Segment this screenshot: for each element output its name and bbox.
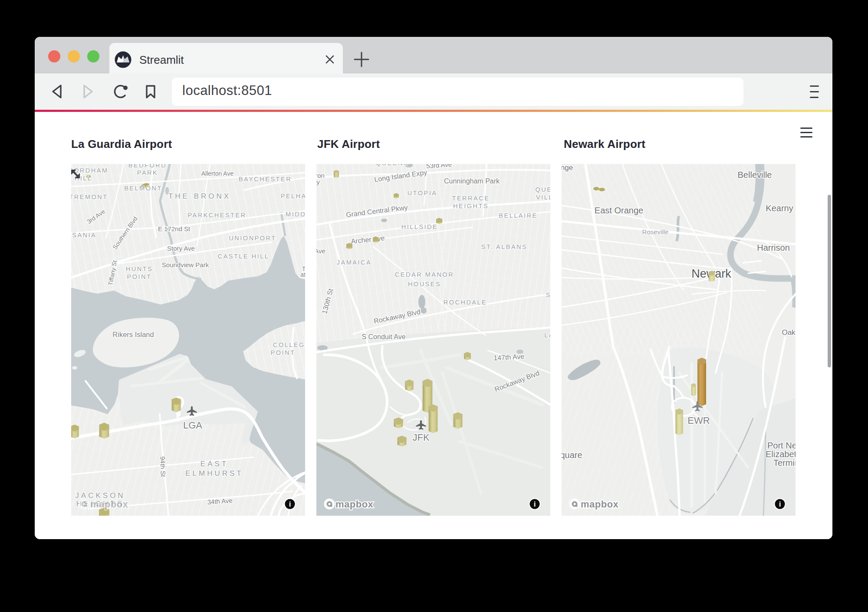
svg-text:y: y <box>316 178 320 186</box>
svg-text:QUEE: QUEE <box>535 186 550 193</box>
svg-text:i: i <box>289 500 291 508</box>
svg-text:BEDFORD: BEDFORD <box>128 164 167 169</box>
svg-text:LGA: LGA <box>183 420 202 431</box>
svg-text:Allerton Ave: Allerton Ave <box>201 170 234 177</box>
svg-text:Soundview Park: Soundview Park <box>162 261 209 268</box>
svg-text:SP: SP <box>546 291 550 298</box>
svg-text:94th St: 94th St <box>159 456 167 478</box>
svg-text:mapbox: mapbox <box>581 499 619 510</box>
svg-text:BELLAIRE: BELLAIRE <box>499 212 537 219</box>
svg-text:at: at <box>300 271 305 278</box>
svg-text:UNIONPORT: UNIONPORT <box>229 235 276 242</box>
svg-text:Termin: Termin <box>773 458 796 468</box>
svg-text:Kearny: Kearny <box>766 203 793 213</box>
svg-text:East Orange: East Orange <box>595 206 643 215</box>
svg-text:S Conduit Ave: S Conduit Ave <box>362 333 405 340</box>
svg-text:CASTLE HILL: CASTLE HILL <box>218 253 270 260</box>
svg-text:POINT: POINT <box>271 349 296 356</box>
svg-text:HEIGHTS: HEIGHTS <box>453 203 489 209</box>
svg-text:HILLSIDE: HILLSIDE <box>401 223 438 230</box>
svg-text:i: i <box>534 500 536 508</box>
svg-text:nge: nge <box>562 164 573 172</box>
svg-text:ST. ALBANS: ST. ALBANS <box>481 243 527 250</box>
svg-text:POINT: POINT <box>127 273 152 280</box>
svg-text:ELMHURST: ELMHURST <box>185 469 243 478</box>
svg-text:Port New: Port New <box>767 441 796 450</box>
svg-text:Ave: Ave <box>316 247 326 255</box>
svg-text:i: i <box>779 500 781 508</box>
svg-text:QUEENS: QUEENS <box>376 164 409 167</box>
svg-text:THE BRONX: THE BRONX <box>168 192 231 200</box>
svg-text:BELMONT: BELMONT <box>124 185 162 192</box>
svg-text:TREMONT: TREMONT <box>71 193 108 200</box>
svg-text:JFK: JFK <box>412 432 429 443</box>
svg-text:EAST: EAST <box>201 460 228 468</box>
svg-text:mapbox: mapbox <box>90 499 128 510</box>
svg-text:UTOPIA: UTOPIA <box>408 190 437 196</box>
svg-text:FORDHAM: FORDHAM <box>71 167 108 174</box>
svg-text:PARK: PARK <box>137 169 158 176</box>
svg-text:quare: quare <box>562 450 582 460</box>
svg-text:HOUSES: HOUSES <box>408 281 441 288</box>
svg-text:ISANIA: ISANIA <box>71 232 96 239</box>
svg-text:Story Ave: Story Ave <box>167 245 195 252</box>
svg-text:BAYCHESTER: BAYCHESTER <box>239 176 292 183</box>
svg-text:Harrison: Harrison <box>757 243 790 252</box>
svg-text:CEDAR MANOR: CEDAR MANOR <box>395 271 454 278</box>
svg-text:PELHAM: PELHAM <box>281 193 305 200</box>
svg-text:VILLA: VILLA <box>536 194 550 201</box>
svg-text:Rikers Island: Rikers Island <box>112 331 154 338</box>
svg-text:HUNTS: HUNTS <box>126 265 153 272</box>
svg-text:PARKCHESTER: PARKCHESTER <box>187 212 246 219</box>
svg-text:TERRACE: TERRACE <box>452 195 490 202</box>
svg-text:Elizabeth I: Elizabeth I <box>766 449 796 459</box>
svg-text:ROCHDALE: ROCHDALE <box>444 299 487 306</box>
svg-text:LAU: LAU <box>544 332 550 339</box>
svg-text:Streamlit: Streamlit <box>139 53 184 66</box>
svg-text:Belleville: Belleville <box>738 170 772 180</box>
svg-text:Cunningham Park: Cunningham Park <box>444 177 500 185</box>
svg-text:EWR: EWR <box>687 415 710 426</box>
svg-text:JAMAICA: JAMAICA <box>337 259 372 266</box>
svg-text:Roseville: Roseville <box>642 228 669 236</box>
svg-text:MIDDLE: MIDDLE <box>286 211 305 218</box>
svg-text:E 172nd St: E 172nd St <box>158 225 191 232</box>
svg-text:mapbox: mapbox <box>335 499 374 510</box>
svg-text:COLLEGE: COLLEGE <box>273 341 305 348</box>
svg-text:Oak: Oak <box>782 328 796 337</box>
